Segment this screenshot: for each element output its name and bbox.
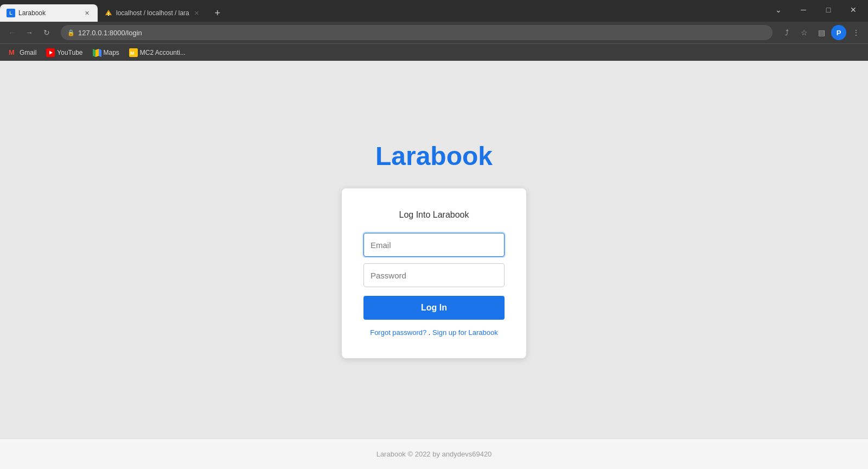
- svg-marker-8: [99, 49, 101, 57]
- svg-marker-6: [93, 49, 95, 57]
- card-links: Forgot password? . Sign up for Larabook: [363, 328, 505, 337]
- forward-button[interactable]: →: [22, 25, 37, 40]
- bookmark-maps[interactable]: Maps: [88, 46, 124, 59]
- main-area: Larabook Log Into Larabook Log In Forgot…: [0, 61, 868, 439]
- youtube-icon: [46, 48, 55, 57]
- login-card: Log Into Larabook Log In Forgot password…: [342, 188, 526, 358]
- svg-text:M: M: [130, 50, 135, 56]
- browser-chrome: L Larabook ✕ localhost / localhost / lar…: [0, 0, 868, 61]
- tab-localhost[interactable]: localhost / localhost / lara ✕: [98, 4, 208, 22]
- email-form-group: [363, 233, 505, 257]
- new-tab-button[interactable]: +: [210, 5, 225, 21]
- tab-larabook-close[interactable]: ✕: [82, 9, 91, 17]
- minimize-button[interactable]: ─: [791, 1, 816, 18]
- share-button[interactable]: ⤴: [779, 25, 794, 40]
- localhost-tab-favicon: [104, 9, 113, 17]
- password-input[interactable]: [363, 263, 505, 287]
- bookmarks-bar: M Gmail YouTube Maps: [0, 43, 868, 61]
- bookmark-gmail-label: Gmail: [20, 49, 36, 56]
- page-content: Larabook Log Into Larabook Log In Forgot…: [0, 61, 868, 469]
- more-button[interactable]: ⋮: [848, 25, 864, 40]
- larabook-tab-favicon: L: [7, 9, 15, 17]
- mc2-icon: M: [129, 48, 138, 57]
- footer: Larabook © 2022 by andydevs69420: [0, 439, 868, 469]
- address-text: 127.0.0.1:8000/login: [78, 29, 766, 37]
- svg-marker-7: [95, 49, 99, 57]
- address-bar[interactable]: 🔒 127.0.0.1:8000/login: [61, 25, 773, 40]
- tab-larabook-title: Larabook: [18, 9, 79, 17]
- footer-text: Larabook © 2022 by andydevs69420: [376, 450, 492, 458]
- gmail-icon: M: [9, 48, 17, 57]
- tab-bar: L Larabook ✕ localhost / localhost / lar…: [0, 0, 868, 22]
- window-controls: ⌄ ─ □ ✕: [766, 1, 868, 22]
- svg-rect-1: [108, 12, 109, 14]
- back-button[interactable]: ←: [4, 25, 20, 40]
- bookmark-gmail[interactable]: M Gmail: [4, 46, 41, 59]
- login-button[interactable]: Log In: [363, 296, 505, 320]
- app-title: Larabook: [375, 141, 493, 171]
- profile-button[interactable]: P: [831, 25, 846, 40]
- signup-link[interactable]: Sign up for Larabook: [432, 328, 498, 337]
- toolbar: ← → ↻ 🔒 127.0.0.1:8000/login ⤴ ☆ ▤ P ⋮: [0, 22, 868, 43]
- maps-icon: [93, 48, 101, 57]
- tab-localhost-title: localhost / localhost / lara: [116, 9, 189, 17]
- maximize-button[interactable]: □: [816, 1, 841, 18]
- tab-localhost-close[interactable]: ✕: [193, 9, 201, 17]
- lock-icon: 🔒: [67, 29, 75, 36]
- bookmark-button[interactable]: ☆: [796, 25, 812, 40]
- password-form-group: [363, 263, 505, 287]
- login-card-heading: Log Into Larabook: [363, 210, 505, 220]
- toolbar-actions: ⤴ ☆ ▤ P ⋮: [779, 25, 864, 40]
- refresh-button[interactable]: ↻: [39, 25, 54, 40]
- tab-larabook[interactable]: L Larabook ✕: [0, 4, 98, 22]
- svg-rect-2: [108, 15, 109, 16]
- tab-list-button[interactable]: ⌄: [766, 1, 791, 18]
- bookmark-youtube-label: YouTube: [57, 49, 82, 56]
- email-input[interactable]: [363, 233, 505, 257]
- close-button[interactable]: ✕: [841, 1, 866, 18]
- bookmark-maps-label: Maps: [104, 49, 119, 56]
- sidebar-button[interactable]: ▤: [814, 25, 829, 40]
- bookmark-youtube[interactable]: YouTube: [42, 46, 87, 59]
- bookmark-mc2-label: MC2 Accounti...: [140, 49, 186, 56]
- bookmark-mc2[interactable]: M MC2 Accounti...: [125, 46, 190, 59]
- forgot-password-link[interactable]: Forgot password?: [370, 328, 426, 337]
- dot-separator: .: [426, 328, 432, 337]
